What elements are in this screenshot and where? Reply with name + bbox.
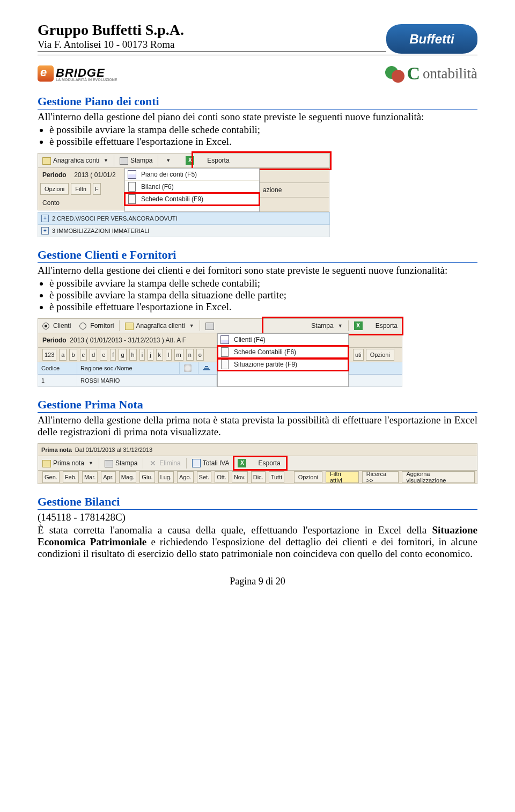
opzioni-button[interactable]: Opzioni [40, 183, 69, 195]
periodo-value: 2013 ( 01/01/2013 - 31/12/2013 ) Att. A … [70, 336, 186, 344]
letter-filter-button[interactable]: m [174, 349, 183, 361]
contabilita-c: C [407, 63, 420, 84]
aggiorna-button[interactable]: Aggiorna visualizzazione [402, 471, 475, 483]
print-icon [105, 460, 113, 467]
month-filter-button[interactable]: Feb. [63, 471, 79, 483]
esporta-button[interactable]: X Esporta [181, 153, 233, 167]
month-filter-button[interactable]: Nov. [232, 471, 248, 483]
month-filter-button[interactable]: Lug. [158, 471, 174, 483]
radio-checked-icon [42, 323, 49, 330]
menu-clienti[interactable]: Clienti (F4) [218, 334, 348, 346]
print-only-button[interactable] [201, 319, 218, 333]
month-filter-button[interactable]: Giu. [139, 471, 154, 483]
bullet-item: è possibile effettuare l'esportazione in… [49, 136, 477, 148]
tree-label: 3 IMMOBILIZZAZIONI IMMATERIALI [52, 228, 149, 234]
menu-piano-conti[interactable]: Piano dei conti (F5) [125, 169, 259, 181]
clienti-radio[interactable]: Clienti [38, 319, 75, 333]
letter-filter-button[interactable]: 123 [42, 349, 56, 361]
totali-label: Totali IVA [203, 459, 230, 467]
letter-filter-button[interactable]: g [119, 349, 126, 361]
month-filter-button[interactable]: Tutti [269, 471, 284, 483]
window-period: Dal 01/01/2013 al 31/12/2013 [75, 447, 152, 453]
sublogo-row: BRIDGE LA MODULARITÀ IN EVOLUZIONE Conta… [38, 63, 477, 84]
menu-schede-contabili[interactable]: Schede Contabili (F6) [218, 346, 348, 359]
letter-filter-button[interactable]: o [196, 349, 204, 361]
th-ragione[interactable]: Ragione soc./Nome [77, 362, 180, 374]
letter-filter-button[interactable]: c [80, 349, 87, 361]
f-button[interactable]: F [93, 183, 101, 195]
anagrafica-clienti-button[interactable]: Anagrafica clienti ▼ [121, 319, 198, 333]
anagrafica-conti-button[interactable]: Anagrafica conti ▼ [38, 153, 113, 167]
letter-filter-button[interactable]: f [110, 349, 116, 361]
letter-filter-button[interactable]: d [90, 349, 97, 361]
prima-nota-button[interactable]: Prima nota ▼ [38, 456, 98, 470]
stampa-menu: Piano dei conti (F5) Bilanci (F6) Schede… [124, 168, 260, 212]
month-filter-button[interactable]: Mag. [119, 471, 136, 483]
th-sort[interactable] [198, 362, 217, 374]
month-filter-button[interactable]: Mar. [82, 471, 98, 483]
company-address: Via F. Antolisei 10 - 00173 Roma [38, 39, 386, 52]
section-prima-nota-title: Gestione Prima Nota [38, 398, 477, 413]
th-codice[interactable]: Codice [38, 362, 77, 374]
screenshot-prima-nota: Prima nota Dal 01/01/2013 al 31/12/2013 … [38, 443, 477, 484]
prima-nota-label: Prima nota [53, 459, 84, 467]
totali-iva-button[interactable]: Totali IVA [188, 456, 234, 470]
letter-filter-button[interactable]: h [129, 349, 137, 361]
fornitori-radio[interactable]: Fornitori [75, 319, 118, 333]
conto-label: Conto [38, 196, 64, 210]
letter-filter-button[interactable]: k [156, 349, 164, 361]
month-filter-button[interactable]: Set. [197, 471, 212, 483]
elimina-button[interactable]: ✕ Elimina [144, 456, 185, 470]
tree-label: 2 CRED.V/SOCI PER VERS.ANCORA DOVUTI [52, 215, 178, 222]
esporta-button[interactable]: X Esporta [233, 456, 286, 470]
letter-filter-button[interactable]: b [69, 349, 77, 361]
month-filter-button[interactable]: Ott. [215, 471, 229, 483]
menu-schede-contabili[interactable]: Schede Contabili (F9) [125, 193, 259, 205]
month-filter-button[interactable]: Gen. [42, 471, 60, 483]
stampa-button[interactable]: Stampa [115, 153, 157, 167]
month-filter-button[interactable]: Apr. [101, 471, 116, 483]
stampa-dropdown[interactable]: ▼ [159, 153, 181, 167]
opzioni-button[interactable]: Opzioni [366, 349, 394, 361]
ricerca-button[interactable]: Ricerca >> [362, 471, 399, 483]
month-filter-button[interactable]: Dic. [251, 471, 266, 483]
tree-row[interactable]: + 2 CRED.V/SOCI PER VERS.ANCORA DOVUTI [38, 212, 330, 225]
letter-filter-button[interactable]: e [100, 349, 107, 361]
menu-label: Schede Contabili (F6) [234, 348, 296, 356]
uti-button[interactable]: uti [353, 349, 364, 361]
azione-button[interactable]: azione [260, 183, 329, 197]
table-row[interactable]: 1 ROSSI MARIO [38, 375, 217, 387]
tree-row[interactable]: + 3 IMMOBILIZZAZIONI IMMATERIALI [38, 225, 330, 237]
letter-filter-button[interactable]: l [166, 349, 171, 361]
bullet-item: è possibile avviare la stampa della situ… [49, 289, 477, 301]
esporta-label: Esporta [376, 322, 398, 330]
menu-situazione-partite[interactable]: Situazione partite (F9) [218, 359, 348, 370]
stampa-label: Stampa [311, 322, 333, 330]
menu-label: Schede Contabili (F9) [141, 195, 203, 203]
letter-filter-button[interactable]: n [186, 349, 194, 361]
screenshot-piano-conti: Anagrafica conti ▼ Stampa ▼ X Esporta Pe… [38, 153, 330, 237]
chevron-down-icon: ▼ [89, 460, 93, 466]
letter-filter-button[interactable]: j [148, 349, 153, 361]
expand-icon[interactable]: + [41, 215, 49, 222]
menu-label: Situazione partite (F9) [234, 361, 297, 368]
menu-bilanci[interactable]: Bilanci (F6) [125, 181, 259, 193]
page-header: Gruppo Buffetti S.p.A. Via F. Antolisei … [38, 21, 477, 54]
th-indicator[interactable] [180, 362, 198, 374]
letter-filter-button[interactable]: a [59, 349, 67, 361]
delete-icon: ✕ [149, 459, 157, 467]
header-divider [38, 55, 477, 55]
filtri-button[interactable]: Filtri [71, 183, 91, 195]
section-piano-conti-title: Gestione Piano dei conti [38, 94, 477, 109]
opzioni-button[interactable]: Opzioni [294, 471, 322, 483]
esporta-button[interactable]: X Esporta [350, 319, 402, 333]
filtri-attivi-button[interactable]: Filtri attivi [326, 471, 359, 483]
month-filter-button[interactable]: Ago. [177, 471, 194, 483]
toolbar: Prima nota ▼ Stampa ✕ Elimina Totali IVA… [38, 456, 477, 471]
expand-icon[interactable]: + [41, 227, 49, 235]
stampa-button[interactable]: Stampa [100, 456, 142, 470]
stampa-button[interactable]: Stampa ▼ [307, 319, 347, 333]
letter-filter-button[interactable]: i [139, 349, 145, 361]
stampa-label: Stampa [130, 157, 152, 164]
ebridge-tagline: LA MODULARITÀ IN EVOLUZIONE [56, 78, 117, 82]
